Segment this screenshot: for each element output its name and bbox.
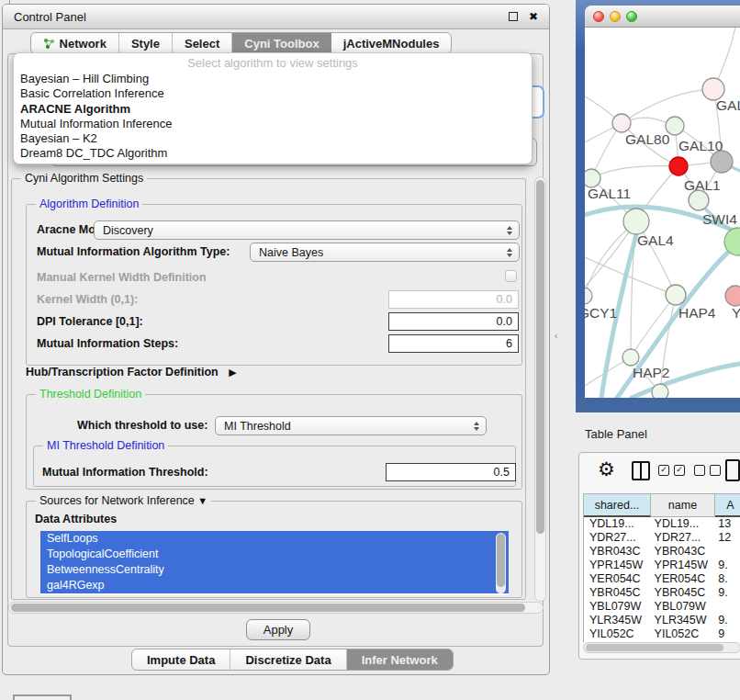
network-node-y[interactable] — [725, 286, 740, 306]
mi-threshold-group: MI Threshold Definition Mutual Informati… — [33, 446, 516, 487]
table-cell: 9. — [714, 614, 740, 627]
table-cell: YLR345W — [584, 614, 651, 627]
select-checkbox-icon[interactable]: ✓ — [674, 465, 685, 476]
table-cell: 13 — [714, 517, 740, 531]
algorithm-option[interactable]: ARACNE Algorithm — [14, 102, 532, 117]
algorithm-option[interactable]: Bayesian – K2 — [14, 131, 532, 146]
attribute-item[interactable]: gal4RGexp — [40, 578, 509, 593]
network-canvas[interactable]: GAL7GAL80GAL10GAL1GAL11SWI4GAL4GCY1HAP4Y… — [585, 28, 740, 398]
combo-arrows-icon — [507, 243, 512, 261]
algorithm-option[interactable]: Dream8 DC_TDC Algorithm — [14, 146, 532, 161]
column-header-name[interactable]: name — [651, 494, 715, 517]
settings-horizontal-scrollbar[interactable] — [8, 602, 544, 614]
deselect-checkbox-icon[interactable] — [694, 465, 705, 476]
sources-title[interactable]: Sources for Network Inference ▼ — [36, 494, 211, 507]
network-node[interactable] — [652, 384, 668, 398]
network-node-hap4[interactable] — [666, 285, 686, 305]
table-row[interactable]: YBR045CYBR045C9. — [584, 586, 740, 600]
manual-kernel-checkbox[interactable] — [505, 270, 517, 282]
aracne-mode-select[interactable]: Discovery — [94, 220, 520, 240]
mi-steps-label: Mutual Information Steps: — [37, 337, 178, 350]
table-row[interactable]: YDR27...YDR27...12 — [584, 531, 740, 545]
table-horizontal-scroll-thumb[interactable] — [586, 644, 723, 651]
expand-right-icon[interactable]: ▶ — [229, 367, 236, 378]
table-row[interactable]: YPR145WYPR145W9. — [584, 559, 740, 572]
table-cell: YBL079W — [651, 600, 715, 614]
collapse-down-icon[interactable]: ▼ — [197, 495, 207, 506]
table-cell — [714, 600, 740, 614]
attribute-item[interactable]: SelfLoops — [40, 531, 509, 547]
settings-vertical-scroll-thumb[interactable] — [536, 180, 544, 534]
attributes-scroll-thumb[interactable] — [497, 534, 505, 587]
tab-select[interactable]: Select — [173, 33, 232, 53]
hub-definition-toggle[interactable]: Hub/Transcription Factor Definition ▶ — [26, 366, 237, 378]
algorithm-dropdown-popup: Select algorithm to view settings Bayesi… — [13, 52, 533, 164]
mi-steps-field[interactable]: 6 — [388, 334, 519, 353]
table-cell: YLR345W — [651, 614, 715, 627]
tab-cyni-toolbox[interactable]: Cyni Toolbox — [232, 33, 331, 53]
kernel-width-field[interactable]: 0.0 — [388, 290, 519, 309]
table-row[interactable]: YIL052CYIL052C9 — [584, 627, 740, 641]
minimize-traffic-light-icon[interactable] — [610, 11, 621, 22]
table-row[interactable]: YER054CYER054C8. — [584, 572, 740, 586]
table-cell: YBR045C — [651, 586, 715, 600]
control-panel-titlebar: Control Panel ✖ — [3, 5, 549, 29]
algorithm-option[interactable]: Bayesian – Hill Climbing — [14, 72, 532, 86]
split-pane-handle[interactable]: ‹ — [555, 331, 557, 341]
column-header-shared-name[interactable]: shared... — [584, 494, 651, 517]
bottom-tab-infer-network[interactable]: Infer Network — [347, 649, 453, 670]
mi-type-label: Mutual Information Algorithm Type: — [37, 245, 230, 258]
float-window-icon[interactable] — [509, 12, 518, 21]
table-row[interactable]: YBL079WYBL079W — [584, 600, 740, 614]
attributes-list[interactable]: SelfLoopsTopologicalCoefficientBetweenne… — [40, 531, 509, 595]
tab-network[interactable]: Network — [31, 33, 119, 53]
network-node-gal80[interactable] — [612, 114, 631, 132]
table-panel: ⚙ ✓ ✓ shared... name A YDL19...YDL19...1… — [578, 452, 740, 660]
algorithm-definition-group: Algorithm Definition Aracne Mode: Discov… — [26, 204, 522, 366]
column-header-partial[interactable]: A — [715, 494, 740, 517]
mi-threshold-field[interactable]: 0.5 — [386, 463, 516, 481]
tab-bar: NetworkStyleSelectCyni ToolboxjActiveMNo… — [30, 32, 453, 54]
tab-style[interactable]: Style — [119, 33, 173, 53]
table-cell: YBR045C — [584, 586, 651, 600]
close-icon[interactable]: ✖ — [529, 12, 538, 21]
zoom-traffic-light-icon[interactable] — [626, 11, 637, 22]
document-icon[interactable] — [725, 459, 740, 481]
settings-horizontal-scroll-thumb[interactable] — [11, 604, 525, 612]
deselect-checkbox-icon[interactable] — [710, 465, 721, 476]
algorithm-option[interactable]: Mutual Information Inference — [14, 117, 532, 131]
table-cell: YIL052C — [651, 627, 715, 641]
gear-icon[interactable]: ⚙ — [598, 458, 615, 480]
network-node-swi4[interactable] — [689, 190, 709, 210]
table-horizontal-scrollbar[interactable] — [583, 642, 740, 653]
attribute-item[interactable]: BetweennessCentrality — [40, 562, 509, 578]
attributes-scrollbar[interactable] — [496, 533, 506, 593]
algorithm-option[interactable]: Basic Correlation Inference — [14, 86, 532, 101]
bottom-tab-discretize-data[interactable]: Discretize Data — [230, 649, 346, 670]
dpi-tolerance-label: DPI Tolerance [0,1]: — [37, 315, 143, 328]
select-checkbox-icon[interactable]: ✓ — [658, 465, 669, 476]
network-node-gcy1[interactable] — [585, 288, 592, 304]
network-node-gal1[interactable] — [669, 157, 688, 175]
table-row[interactable]: YLR345WYLR345W9. — [584, 614, 740, 627]
network-node-gal10[interactable] — [666, 117, 684, 135]
network-node[interactable] — [711, 151, 733, 173]
attribute-item[interactable]: TopologicalCoefficient — [40, 547, 509, 562]
cyni-settings-group: Cyni Algorithm Settings Algorithm Defini… — [11, 178, 526, 600]
network-node-gal11[interactable] — [585, 169, 600, 187]
apply-button[interactable]: Apply — [246, 619, 310, 640]
close-traffic-light-icon[interactable] — [593, 11, 604, 22]
which-threshold-select[interactable]: MI Threshold — [215, 416, 487, 435]
node-label: GAL7 — [716, 97, 740, 113]
table-row[interactable]: YDL19...YDL19...13 — [584, 517, 740, 531]
mi-type-select[interactable]: Naive Bayes — [250, 243, 520, 262]
split-view-icon[interactable] — [632, 461, 650, 480]
network-node-gal4[interactable] — [623, 209, 649, 234]
tab-jactivemnodules[interactable]: jActiveMNodules — [331, 33, 452, 53]
table-row[interactable]: YBR043CYBR043C — [584, 545, 740, 559]
settings-vertical-scrollbar[interactable] — [534, 176, 546, 602]
network-node-hap2[interactable] — [622, 349, 639, 366]
dpi-tolerance-field[interactable]: 0.0 — [388, 312, 519, 331]
bottom-tab-impute-data[interactable]: Impute Data — [132, 649, 230, 670]
node-label: SWI4 — [702, 211, 737, 227]
